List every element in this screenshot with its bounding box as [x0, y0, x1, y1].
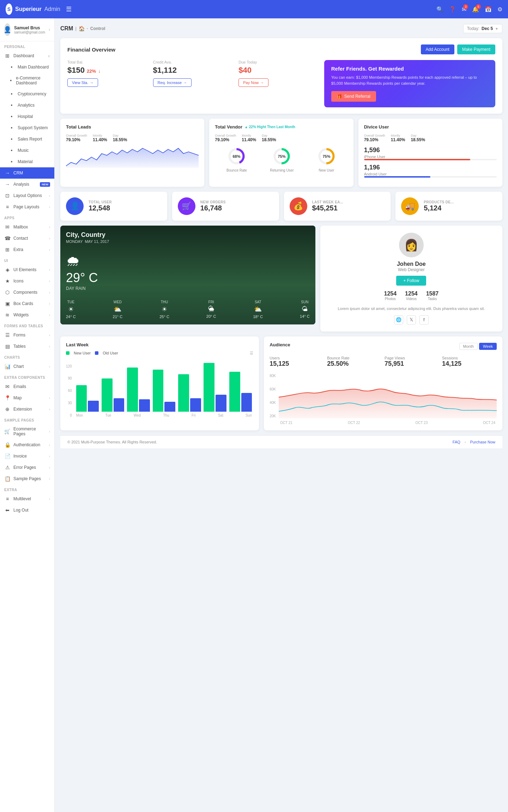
- monthly-label: Montly: [391, 134, 405, 137]
- monthly-val: 11.40%: [391, 137, 405, 142]
- dot-icon: •: [8, 125, 15, 131]
- sidebar-item-label: Hospital: [18, 114, 33, 119]
- sidebar-item-page-layouts[interactable]: ≡Page Layouts ›: [0, 201, 54, 213]
- sidebar-item-analytics[interactable]: •Analytics: [0, 100, 54, 111]
- globe-icon[interactable]: 🌐: [394, 315, 403, 324]
- mail-icon[interactable]: ✉3: [462, 6, 466, 13]
- total-leads-card: Total Leads Overall Growth 79.10% Montly…: [60, 119, 204, 187]
- x-label-oct22: OCT 22: [348, 421, 360, 425]
- sidebar-item-extension[interactable]: ⊕Extension ›: [0, 404, 54, 415]
- audience-metrics: Users 15,125 Bounce Rate 25.50% Page Vie…: [270, 356, 497, 368]
- sidebar-item-label: Contact: [13, 236, 28, 241]
- sidebar-item-forms[interactable]: ☰Forms ›: [0, 329, 54, 341]
- monthly-val: 11.40%: [93, 137, 107, 142]
- sidebar-item-sample-pages[interactable]: 📋Sample Pages ›: [0, 473, 54, 484]
- sidebar-item-music[interactable]: •Music: [0, 145, 54, 156]
- sidebar-item-error-pages[interactable]: ⚠Error Pages ›: [0, 462, 54, 473]
- bell-icon[interactable]: 🔔5: [472, 6, 479, 13]
- facebook-icon[interactable]: f: [419, 315, 429, 324]
- chevron-right-icon: ›: [49, 302, 50, 306]
- svg-text:68%: 68%: [233, 154, 241, 159]
- page-views-metric: Page Views 75,951: [385, 356, 439, 368]
- audience-x-labels: OCT 21 OCT 22 OCT 23 OCT 24: [279, 419, 497, 425]
- week-toggle-button[interactable]: Week: [479, 343, 497, 350]
- sidebar-item-logout[interactable]: ⬅Log Out: [0, 504, 54, 516]
- chevron-right-icon: ›: [49, 430, 50, 434]
- date-badge[interactable]: Today: Dec 5 ▼: [463, 24, 502, 33]
- sidebar-item-extra[interactable]: ⊞Extra ›: [0, 244, 54, 255]
- sidebar-item-label: Sales Report: [18, 137, 42, 142]
- audience-chart-card: Audience Month Week Users 15,125 Bounce …: [264, 336, 502, 430]
- sidebar-item-material[interactable]: •Material: [0, 156, 54, 167]
- req-increase-button[interactable]: Req. Increase →: [153, 78, 192, 87]
- contact-icon: ☎: [4, 235, 11, 241]
- sidebar-item-crm[interactable]: →CRM: [0, 167, 54, 179]
- add-account-button[interactable]: Add Account: [421, 44, 454, 54]
- weather-temp: 29° C: [66, 270, 310, 285]
- calendar-icon[interactable]: 📅: [485, 6, 492, 13]
- sidebar-item-authentication[interactable]: 🔒Authentication ›: [0, 439, 54, 450]
- chart-menu-icon[interactable]: ☰: [250, 351, 253, 356]
- sidebar-item-support[interactable]: •Support System: [0, 122, 54, 133]
- mail-icon: ✉: [4, 224, 11, 230]
- search-icon[interactable]: 🔍: [436, 6, 443, 13]
- sidebar-item-emails[interactable]: ✉Emails: [0, 381, 54, 392]
- month-toggle-button[interactable]: Month: [459, 343, 478, 350]
- bar-old-thu: [164, 402, 175, 412]
- section-label-sample: SAMPLE PAGES: [0, 415, 54, 424]
- sidebar-item-multilevel[interactable]: ≡Multilevel ›: [0, 493, 54, 504]
- make-payment-button[interactable]: Make Payment: [457, 44, 495, 54]
- sidebar-item-hospital[interactable]: •Hospital: [0, 111, 54, 122]
- sidebar-item-dashboard[interactable]: ⊞Dashboard ∨: [0, 50, 54, 61]
- sidebar-item-components[interactable]: ⬡Components ›: [0, 287, 54, 298]
- last-week-chart-title: Last Week: [66, 342, 253, 347]
- bar-new-wed: [127, 368, 138, 412]
- warning-icon: ⚠: [4, 465, 11, 470]
- sidebar-item-tables[interactable]: ▤Tables ›: [0, 341, 54, 352]
- sidebar-user[interactable]: 👤 Samuel Brus samuel@gmail.com ›: [0, 18, 54, 41]
- send-referral-button[interactable]: 🎁 Send Referral: [331, 91, 376, 102]
- sidebar-item-ecommerce-pages[interactable]: 🛒Ecommerce Pages ›: [0, 424, 54, 439]
- sidebar-item-label: UI Elements: [13, 267, 36, 272]
- sidebar-item-chart[interactable]: 📊Chart ›: [0, 361, 54, 372]
- view-sta-button[interactable]: View Sta. →: [67, 78, 98, 87]
- hamburger-menu[interactable]: ☰: [66, 5, 72, 13]
- weather-location: City, Country: [66, 231, 310, 239]
- pay-now-button[interactable]: Pay Now →: [238, 78, 268, 87]
- financial-overview-card: Financial Overview Add Account Make Paym…: [60, 38, 502, 114]
- iphone-stat: 1,596 iPhone User: [364, 147, 497, 160]
- day-val: 18.55%: [262, 137, 276, 142]
- sidebar-item-icons[interactable]: ★Icons ›: [0, 275, 54, 287]
- sidebar-item-layout-options[interactable]: ⊡Layout Options ›: [0, 190, 54, 201]
- help-icon[interactable]: ❓: [449, 6, 456, 13]
- sidebar-item-widgets[interactable]: ≋Widgets ›: [0, 309, 54, 321]
- sidebar-item-sales[interactable]: •Sales Report: [0, 133, 54, 145]
- sidebar-item-analysis[interactable]: →Analysis NEW: [0, 179, 54, 190]
- faq-link[interactable]: FAQ: [453, 440, 460, 444]
- section-label-charts: CHARTS: [0, 352, 54, 361]
- y-label-0: 0: [66, 413, 72, 417]
- money-icon: 💰: [290, 197, 307, 215]
- twitter-icon[interactable]: 𝕏: [407, 315, 416, 324]
- sidebar-item-mailbox[interactable]: ✉Mailbox ›: [0, 221, 54, 233]
- sidebar-item-crypto[interactable]: •Cryptocurrency: [0, 88, 54, 100]
- sidebar-item-invoice[interactable]: 📄Invoice ›: [0, 450, 54, 462]
- follow-button[interactable]: + Follow: [396, 276, 426, 286]
- sidebar-item-main-dashboard[interactable]: •Main Dashboard: [0, 61, 54, 73]
- returning-user-donut: 75% Returning User: [270, 147, 294, 172]
- day-val: 18.55%: [411, 137, 425, 142]
- android-bar: [364, 176, 430, 178]
- sidebar-item-box-cards[interactable]: ▣Box Cards ›: [0, 298, 54, 309]
- weather-date: MONDAY May 11, 2017: [66, 239, 310, 244]
- sidebar-item-ui-elements[interactable]: ◈UI Elements ›: [0, 264, 54, 275]
- sidebar-item-ecommerce[interactable]: •e-Commerce Dashboard: [0, 73, 54, 88]
- videos-stat: 1254 Videos: [405, 291, 418, 301]
- forecast-fri: FRI 🌦 20° C: [206, 300, 216, 319]
- purchase-now-link[interactable]: Purchase Now: [470, 440, 495, 444]
- page-title: CRM: [60, 25, 73, 32]
- sidebar-item-map[interactable]: 📍Map ›: [0, 392, 54, 404]
- doc-icon: 📋: [4, 476, 11, 482]
- settings-icon[interactable]: ⚙: [497, 6, 502, 13]
- sidebar-item-contact[interactable]: ☎Contact ›: [0, 233, 54, 244]
- multilevel-icon: ≡: [4, 496, 11, 502]
